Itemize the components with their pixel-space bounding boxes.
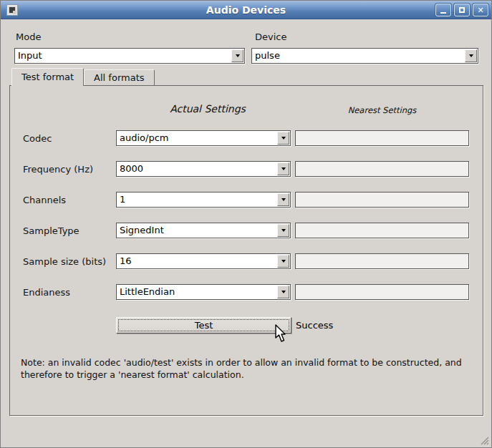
- tab-bar: Test format All formats: [11, 69, 155, 86]
- frequency-dropdown-arrow-button[interactable]: [277, 162, 289, 175]
- nearest-endianess-field: [295, 284, 469, 300]
- status-text: Success: [296, 320, 333, 331]
- test-button[interactable]: Test: [116, 317, 291, 333]
- sampletype-combobox-value: SignedInt: [117, 223, 276, 238]
- frequency-label: Frequency (Hz): [23, 164, 93, 175]
- channels-label: Channels: [23, 195, 66, 205]
- nearest-frequency-field: [295, 161, 469, 177]
- mode-label: Mode: [16, 31, 41, 42]
- app-window-icon: [6, 4, 18, 16]
- window-title: Audio Devices: [1, 4, 491, 16]
- samplesize-combobox-value: 16: [117, 254, 276, 268]
- nearest-settings-header: Nearest Settings: [295, 105, 469, 115]
- endianess-combobox-value: LittleEndian: [117, 285, 276, 299]
- chevron-down-icon: [281, 137, 286, 140]
- frequency-combobox-value: 8000: [117, 162, 276, 176]
- chevron-down-icon: [281, 291, 286, 293]
- nearest-samplesize-field: [295, 253, 469, 269]
- mode-dropdown-arrow-button[interactable]: [231, 49, 243, 62]
- close-button[interactable]: ✕: [473, 4, 488, 16]
- actual-settings-header: Actual Settings: [116, 103, 299, 115]
- codec-combobox[interactable]: audio/pcm: [116, 130, 291, 146]
- audio-devices-window: Audio Devices ✕ Mode Input Device pulse: [0, 0, 492, 448]
- device-combobox-value: pulse: [252, 49, 464, 63]
- tab-test-format[interactable]: Test format: [11, 68, 84, 86]
- sampletype-label: SampleType: [23, 225, 79, 236]
- samplesize-combobox[interactable]: 16: [116, 253, 291, 269]
- nearest-sampletype-field: [295, 223, 469, 238]
- minimize-button[interactable]: [435, 4, 451, 16]
- channels-combobox[interactable]: 1: [116, 192, 291, 208]
- sampletype-dropdown-arrow-button[interactable]: [277, 224, 289, 237]
- channels-combobox-value: 1: [117, 193, 276, 207]
- test-format-panel: Actual Settings Nearest Settings Codec a…: [9, 85, 483, 416]
- samplesize-dropdown-arrow-button[interactable]: [277, 255, 289, 268]
- nearest-codec-field: [295, 130, 469, 146]
- chevron-down-icon: [281, 167, 286, 170]
- mode-combobox[interactable]: Input: [14, 48, 245, 64]
- codec-label: Codec: [23, 133, 52, 144]
- chevron-down-icon: [281, 198, 286, 201]
- maximize-button[interactable]: [454, 4, 470, 16]
- app-window-icon-fold: [13, 11, 16, 14]
- chevron-down-icon: [281, 260, 286, 263]
- tab-all-formats[interactable]: All formats: [84, 69, 154, 85]
- device-label: Device: [255, 31, 286, 42]
- chevron-down-icon: [469, 54, 473, 57]
- chevron-down-icon: [236, 54, 240, 57]
- nearest-channels-field: [295, 192, 469, 208]
- channels-dropdown-arrow-button[interactable]: [277, 193, 289, 206]
- frequency-combobox[interactable]: 8000: [116, 161, 291, 177]
- endianess-label: Endianess: [23, 287, 70, 298]
- endianess-dropdown-arrow-button[interactable]: [277, 286, 289, 298]
- test-button-label: Test: [195, 320, 213, 331]
- note-text: Note: an invalid codec 'audio/test' exis…: [21, 356, 473, 381]
- close-icon: ✕: [477, 6, 483, 14]
- mouse-cursor-icon: [275, 324, 289, 346]
- chevron-down-icon: [281, 229, 286, 232]
- device-dropdown-arrow-button[interactable]: [465, 49, 477, 62]
- codec-combobox-value: audio/pcm: [117, 131, 276, 145]
- sampletype-combobox[interactable]: SignedInt: [116, 223, 291, 238]
- device-combobox[interactable]: pulse: [251, 48, 478, 64]
- endianess-combobox[interactable]: LittleEndian: [116, 284, 291, 300]
- resize-grip-icon[interactable]: [478, 434, 489, 445]
- mode-combobox-value: Input: [15, 49, 231, 63]
- titlebar[interactable]: Audio Devices ✕: [1, 1, 491, 19]
- minimize-icon: [440, 12, 446, 14]
- maximize-icon: [459, 7, 465, 13]
- codec-dropdown-arrow-button[interactable]: [277, 132, 289, 145]
- samplesize-label: Sample size (bits): [23, 256, 106, 267]
